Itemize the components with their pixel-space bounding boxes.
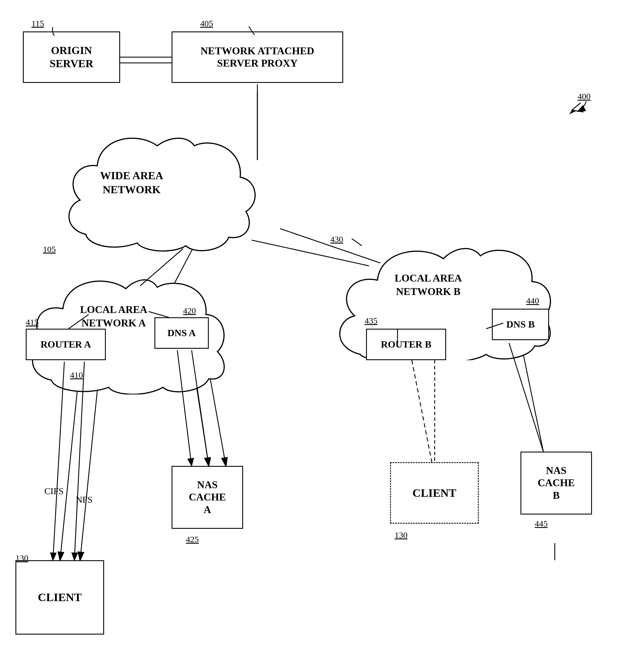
router-b-label: ROUTER B bbox=[381, 339, 431, 351]
origin-server-label: ORIGINSERVER bbox=[50, 44, 94, 70]
ref-415: 415 bbox=[26, 317, 39, 327]
client-b-box: CLIENT bbox=[390, 462, 479, 524]
client-a-label: CLIENT bbox=[38, 591, 81, 604]
diagram-container: 115 405 400 ORIGINSERVER NETWORK ATTACHE… bbox=[0, 0, 630, 672]
dns-b-label: DNS B bbox=[506, 319, 535, 331]
lan-a-label: LOCAL AREANETWORK A bbox=[80, 303, 147, 330]
ref-105: 105 bbox=[43, 244, 56, 254]
nas-cache-a-box: NASCACHEA bbox=[171, 466, 243, 529]
client-a-box: CLIENT bbox=[16, 560, 104, 634]
nas-cache-b-label: NASCACHEB bbox=[538, 464, 575, 502]
router-a-box: ROUTER A bbox=[26, 329, 106, 360]
nas-cache-b-box: NASCACHEB bbox=[520, 452, 592, 514]
wan-label: WIDE AREANETWORK bbox=[100, 169, 163, 197]
router-b-box: ROUTER B bbox=[366, 329, 446, 360]
ref-420: 420 bbox=[183, 306, 196, 316]
client-b-label: CLIENT bbox=[412, 486, 456, 500]
lan-b-label: LOCAL AREANETWORK B bbox=[395, 271, 462, 298]
dns-a-box: DNS A bbox=[155, 317, 209, 349]
svg-marker-19 bbox=[569, 110, 576, 114]
ref-435: 435 bbox=[365, 316, 377, 326]
nas-proxy-label: NETWORK ATTACHEDSERVER PROXY bbox=[201, 45, 314, 69]
nfs-label: NFS bbox=[76, 495, 93, 505]
dns-b-box: DNS B bbox=[492, 309, 549, 340]
router-a-label: ROUTER A bbox=[41, 339, 91, 351]
ref-445: 445 bbox=[535, 519, 547, 529]
svg-line-17 bbox=[523, 355, 543, 452]
cifs-label: CIFS bbox=[44, 486, 64, 497]
ref-115: 115 bbox=[31, 19, 44, 28]
nas-cache-a-label: NASCACHEA bbox=[189, 479, 226, 516]
ref-430: 430 bbox=[330, 234, 343, 244]
ref-130-a: 130 bbox=[16, 553, 28, 563]
ref-425: 425 bbox=[186, 534, 199, 544]
ref-400-arrow bbox=[569, 100, 586, 114]
wan-cloud: WIDE AREANETWORK bbox=[57, 123, 257, 251]
ref-410: 410 bbox=[70, 370, 83, 380]
origin-server-box: ORIGINSERVER bbox=[23, 31, 120, 83]
ref-405: 405 bbox=[200, 19, 213, 28]
dns-a-label: DNS A bbox=[167, 327, 195, 339]
nas-proxy-box: NETWORK ATTACHEDSERVER PROXY bbox=[171, 31, 343, 83]
ref-130-b: 130 bbox=[395, 530, 407, 540]
svg-line-33 bbox=[412, 360, 432, 462]
ref-440: 440 bbox=[526, 296, 539, 306]
ref-400: 400 bbox=[578, 92, 590, 101]
